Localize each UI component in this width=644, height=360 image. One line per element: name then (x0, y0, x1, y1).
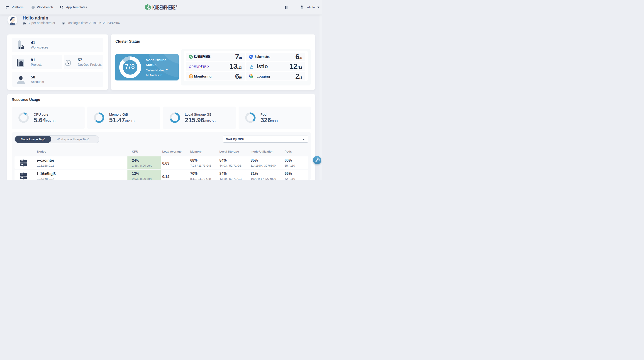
svg-text:OPEN: OPEN (189, 64, 198, 68)
svg-text:KUBESPHERE: KUBESPHERE (152, 4, 176, 10)
svg-text:KUBESPHERE: KUBESPHERE (194, 55, 210, 58)
svg-text:P: P (198, 64, 200, 68)
svg-text:R: R (176, 5, 177, 6)
svg-text:TRIX: TRIX (202, 64, 210, 68)
svg-text:kubernetes: kubernetes (255, 55, 270, 58)
